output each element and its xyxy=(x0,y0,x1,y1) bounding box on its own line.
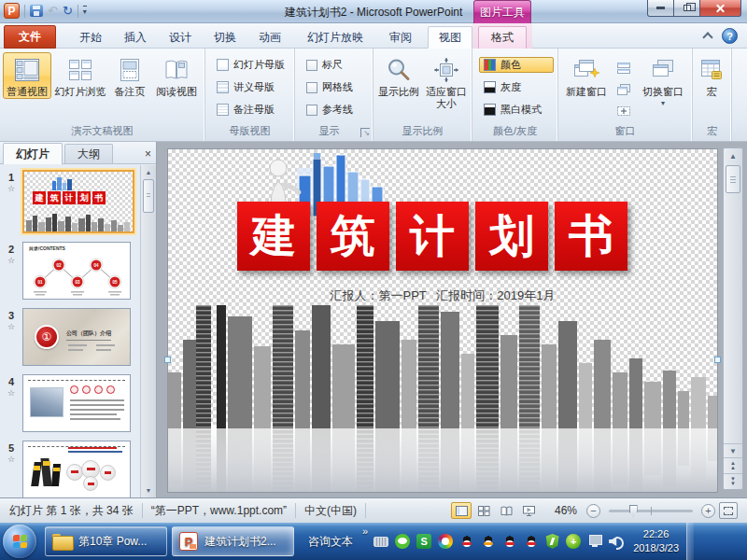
tab-file[interactable]: 文件 xyxy=(4,25,56,49)
tab-outline[interactable]: 大纲 xyxy=(64,144,113,163)
zoom-percentage[interactable]: 46% xyxy=(547,504,577,517)
zoom-slider[interactable] xyxy=(609,510,693,512)
show-hidden-icons-chevron[interactable]: » xyxy=(362,525,368,537)
previous-slide-button[interactable]: ▲▲ xyxy=(724,457,742,473)
qq-icon-1[interactable] xyxy=(459,534,474,549)
switch-windows-button[interactable]: 切换窗口 ▾ xyxy=(636,52,690,119)
network-icon[interactable] xyxy=(587,535,602,548)
customize-qat-dropdown-icon[interactable]: ▾ xyxy=(83,6,87,16)
selection-handle-left[interactable] xyxy=(164,357,171,363)
slide-canvas[interactable]: 建 筑 计 划 书 汇报人：第一PPT 汇报时间：2019年1月 xyxy=(168,149,717,492)
undo-icon[interactable]: ↶ xyxy=(48,5,58,17)
zoom-button[interactable]: 显示比例 xyxy=(376,52,421,110)
gridlines-checkbox[interactable]: 网格线 xyxy=(302,79,369,95)
selection-handle-right[interactable] xyxy=(714,357,721,363)
zoom-out-button[interactable]: − xyxy=(586,504,600,518)
redo-icon[interactable]: ↻ xyxy=(63,5,73,17)
taskbar-item-folder[interactable]: 第10章 Pow... xyxy=(45,526,167,556)
scroll-down-icon[interactable]: ▼ xyxy=(724,443,742,457)
normal-view-button[interactable]: 普通视图 xyxy=(3,52,51,99)
taskbar-toolbar-text[interactable]: 咨询文本 xyxy=(308,534,353,550)
move-split-button[interactable] xyxy=(613,102,634,119)
scroll-up-icon[interactable]: ▲ xyxy=(724,148,742,163)
scrollbar-thumb[interactable] xyxy=(143,179,154,213)
close-button[interactable] xyxy=(699,0,741,17)
reading-view-button[interactable]: 阅读视图 xyxy=(152,52,201,99)
tab-view[interactable]: 视图 xyxy=(428,26,472,49)
divider xyxy=(78,5,78,18)
handout-master-button[interactable]: 讲义母版 xyxy=(212,79,290,95)
color-mode-button[interactable]: 颜色 xyxy=(479,57,554,73)
slide-thumbnail-5[interactable]: 5 ☆ xyxy=(0,441,140,497)
notes-page-button[interactable]: 备注页 xyxy=(109,52,150,99)
tab-design[interactable]: 设计 xyxy=(161,26,200,49)
scrollbar-thumb[interactable] xyxy=(726,165,740,193)
next-slide-button[interactable]: ▼▼ xyxy=(724,473,742,489)
input-method-keyboard-icon[interactable] xyxy=(374,537,388,547)
slide-sorter-shortcut[interactable] xyxy=(473,502,494,519)
slide-gutter: 5 ☆ xyxy=(0,441,22,497)
group-label: 颜色/灰度 xyxy=(472,124,557,138)
save-icon[interactable] xyxy=(30,5,43,17)
slide-thumbnail-3[interactable]: 3 ☆ ① 公司（团队）介绍 xyxy=(0,308,140,366)
reading-view-shortcut[interactable] xyxy=(496,502,516,519)
panel-close-icon[interactable]: × xyxy=(145,148,151,160)
slide-sorter-button[interactable]: 幻灯片浏览 xyxy=(53,52,107,99)
ruler-checkbox[interactable]: 标尺 xyxy=(302,57,369,73)
arrange-all-button[interactable] xyxy=(613,59,634,77)
collapse-ribbon-icon[interactable] xyxy=(702,32,712,42)
vertical-scrollbar[interactable]: ▲ ▼ ▲▲ ▼▼ xyxy=(723,147,743,490)
tab-format[interactable]: 格式 xyxy=(478,26,527,49)
sogou-icon[interactable]: S xyxy=(416,534,431,549)
thumbnail-scrollbar[interactable]: ▲ ▼ xyxy=(140,165,156,497)
fit-to-window-button[interactable]: 适应窗口大小 xyxy=(423,52,470,110)
slide-subtitle[interactable]: 汇报人：第一PPT 汇报时间：2019年1月 xyxy=(168,287,717,304)
security-shield-icon[interactable] xyxy=(545,534,559,549)
color-mode-icon xyxy=(484,59,496,71)
slideshow-shortcut[interactable] xyxy=(518,502,539,519)
taskbar-clock[interactable]: 22:26 2018/3/23 xyxy=(633,527,679,555)
taskbar-item-powerpoint[interactable]: P 建筑计划书2... xyxy=(172,526,294,556)
show-desktop-button[interactable] xyxy=(686,523,694,560)
tab-transitions[interactable]: 切换 xyxy=(205,26,245,49)
qq-icon-4[interactable] xyxy=(524,534,539,549)
language-indicator[interactable]: 中文(中国) xyxy=(304,503,357,519)
antivirus-icon[interactable]: + xyxy=(566,534,581,549)
cascade-button[interactable] xyxy=(613,80,634,98)
slide-thumbnail-4[interactable]: 4 ☆ xyxy=(0,374,140,432)
normal-view-shortcut[interactable] xyxy=(451,502,472,519)
guides-checkbox[interactable]: 参考线 xyxy=(302,102,369,118)
tab-slides-thumbnails[interactable]: 幻灯片 xyxy=(3,143,63,164)
start-button[interactable] xyxy=(3,525,36,558)
tab-insert[interactable]: 插入 xyxy=(116,26,155,49)
volume-icon[interactable] xyxy=(609,535,626,548)
black-white-button[interactable]: 黑白模式 xyxy=(479,102,554,118)
help-button[interactable]: ? xyxy=(722,28,738,44)
wechat-icon[interactable] xyxy=(395,534,410,549)
dialog-launcher-icon[interactable]: ↘ xyxy=(360,128,370,137)
macros-button[interactable]: 宏 xyxy=(696,52,727,99)
qq-icon-3[interactable] xyxy=(502,534,517,549)
tab-home[interactable]: 开始 xyxy=(71,26,110,49)
slide-master-button[interactable]: 幻灯片母版 xyxy=(212,57,290,73)
slide-title[interactable]: 建 筑 计 划 书 xyxy=(237,202,627,271)
fit-slide-to-window-button[interactable] xyxy=(719,502,738,519)
scroll-down-icon[interactable]: ▼ xyxy=(141,483,156,497)
slide-master-label: 幻灯片母版 xyxy=(233,58,285,72)
slide-thumbnail-2[interactable]: 2 ☆ 目录/CONTENTS 01 02 03 04 05 xyxy=(0,242,140,300)
restore-button[interactable] xyxy=(674,0,699,17)
slide-thumbnail-1[interactable]: 1 ☆ 建筑计划书 xyxy=(0,170,140,233)
tab-slideshow[interactable]: 幻灯片放映 xyxy=(295,26,375,49)
browser-icon[interactable] xyxy=(438,534,453,549)
powerpoint-app-icon[interactable]: P xyxy=(4,3,20,19)
minimize-button[interactable] xyxy=(647,0,674,17)
zoom-in-button[interactable]: + xyxy=(701,504,715,518)
tab-animations[interactable]: 动画 xyxy=(250,26,289,49)
tab-review[interactable]: 审阅 xyxy=(381,26,420,49)
zoom-slider-thumb[interactable] xyxy=(629,505,638,517)
scroll-up-icon[interactable]: ▲ xyxy=(141,165,156,178)
qq-icon-2[interactable] xyxy=(481,534,496,549)
new-window-button[interactable]: 新建窗口 xyxy=(561,52,612,119)
grayscale-button[interactable]: 灰度 xyxy=(479,79,554,95)
notes-master-button[interactable]: 备注母版 xyxy=(212,102,290,118)
